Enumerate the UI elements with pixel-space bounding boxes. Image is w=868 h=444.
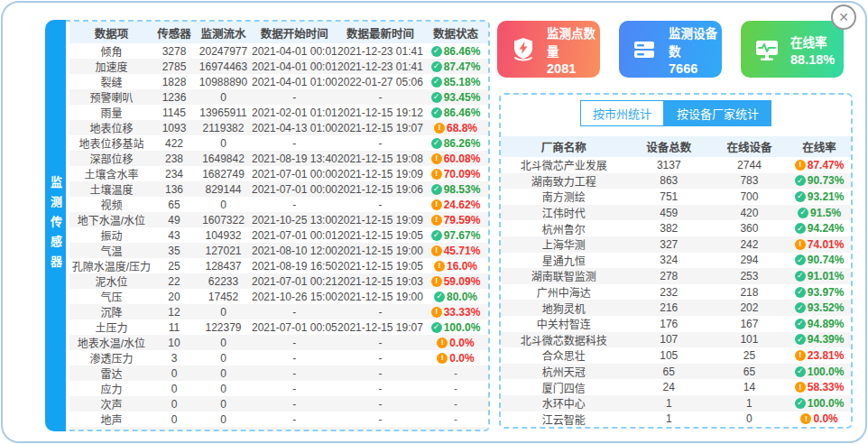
- warning-circle-icon: !: [795, 382, 806, 393]
- check-circle-icon: ✓: [795, 319, 806, 329]
- device-total: 751: [627, 190, 711, 203]
- online-devices: 253: [711, 270, 788, 282]
- vendor-name: 南方测绘: [501, 189, 627, 204]
- sensor-side-tab-label: 监测传感器: [47, 176, 64, 275]
- start-time: -: [252, 337, 337, 349]
- status-cell: -: [423, 367, 488, 380]
- status-value: 98.53%: [444, 183, 481, 196]
- warning-circle-icon: !: [795, 160, 806, 171]
- status-cell: ✓80.0%: [423, 291, 488, 303]
- flow-count: 10988890: [195, 76, 252, 88]
- stat-card-online-rate: 在线率 88.18%: [741, 21, 844, 78]
- sensor-table-row: 渗透压力30--!0.0%: [69, 350, 488, 365]
- status-value: 0.0%: [449, 337, 474, 349]
- status-cell: ✓93.97%: [788, 286, 851, 299]
- data-item-name: 沉降: [69, 304, 153, 319]
- status-cell: ✓86.46%: [423, 45, 488, 58]
- status-cell: ✓90.74%: [788, 254, 851, 266]
- start-time: 2021-08-19 13:40: [252, 153, 337, 165]
- sensor-table-row: 孔隙水温度/压力251284372021-08-19 16:502021-12-…: [69, 258, 488, 273]
- check-circle-icon: ✓: [795, 302, 806, 313]
- stat-card-value: 88.18%: [790, 52, 835, 67]
- flow-count: 2119382: [195, 122, 252, 134]
- device-total: 1: [627, 412, 711, 425]
- status-value: 93.45%: [444, 91, 481, 104]
- status-cell: ✓86.26%: [423, 137, 488, 150]
- status-cell: !70.09%: [423, 168, 488, 180]
- latest-time: 2021-12-23 01:41: [337, 60, 423, 73]
- vendor-table-row: 合众思壮10525!23.81%: [501, 347, 851, 364]
- status-value: 91.01%: [808, 270, 845, 282]
- stat-card-label: 监测设备数: [669, 23, 722, 60]
- close-button[interactable]: ✕: [831, 5, 856, 30]
- vendor-name: 江云智能: [501, 412, 627, 427]
- dashboard-modal: ✕ 监测传感器 数据项 传感器 监测流水 数据开始时间 数据最新时间 数据状态 …: [0, 0, 868, 444]
- status-cell: ✓100.0%: [788, 397, 851, 410]
- online-devices: 242: [711, 238, 788, 251]
- sensor-table-row: 裂缝1828109888902021-04-01 01:002022-01-27…: [69, 74, 488, 89]
- warning-circle-icon: !: [431, 307, 442, 318]
- latest-time: -: [337, 383, 423, 395]
- status-cell: !45.71%: [423, 245, 488, 257]
- warning-circle-icon: !: [437, 353, 448, 364]
- sensor-table-row: 雷达00---: [69, 365, 488, 381]
- check-circle-icon: ✓: [431, 46, 442, 57]
- start-time: -: [252, 137, 337, 150]
- status-cell: ✓93.45%: [423, 91, 488, 104]
- check-circle-icon: ✓: [795, 254, 806, 265]
- sensor-table-row: 地声00---: [69, 412, 488, 427]
- latest-time: 2021-12-15 19:06: [337, 183, 423, 196]
- tab-by-city[interactable]: 按市州统计: [580, 100, 664, 126]
- stat-card-value: 7666: [669, 61, 722, 76]
- flow-count: 0: [195, 352, 252, 365]
- vendor-table-row: 星通九恒324294✓90.74%: [501, 253, 851, 269]
- status-cell: !60.08%: [423, 153, 488, 165]
- status-value: 91.5%: [810, 207, 841, 219]
- latest-time: 2021-12-23 01:41: [337, 45, 423, 58]
- sensor-table-row: 次声00---: [69, 396, 488, 412]
- start-time: 2021-07-01 00:21: [252, 275, 337, 288]
- vendor-table-row: 湖南致力工程863783✓90.73%: [501, 173, 851, 190]
- flow-count: 0: [195, 337, 252, 349]
- latest-time: 2021-12-15 19:03: [337, 275, 423, 288]
- latest-time: -: [337, 413, 423, 426]
- data-item-name: 渗透压力: [69, 350, 153, 365]
- stat-card-label: 监测点数量: [547, 23, 600, 60]
- flow-count: 0: [195, 398, 252, 411]
- sensor-count: 49: [153, 214, 195, 227]
- sensor-count: 3: [153, 352, 195, 365]
- status-value: 58.33%: [808, 381, 845, 393]
- status-value: 100.0%: [444, 321, 481, 334]
- data-item-name: 孔隙水温度/压力: [69, 258, 153, 273]
- sensor-side-tab[interactable]: 监测传感器: [45, 20, 66, 431]
- status-cell: ✓90.73%: [788, 174, 851, 187]
- flow-count: 127021: [195, 245, 252, 257]
- sensor-count: 1828: [153, 76, 195, 88]
- vendor-name: 水环中心: [501, 395, 627, 411]
- start-time: -: [252, 398, 337, 411]
- col-header-device-total: 设备总数: [627, 138, 711, 155]
- status-value: 100.0%: [808, 397, 845, 410]
- warning-circle-icon: !: [434, 123, 445, 134]
- latest-time: -: [337, 91, 423, 104]
- sensor-count: 10: [153, 337, 195, 349]
- device-total: 278: [627, 270, 711, 282]
- device-total: 324: [627, 254, 711, 266]
- flow-count: 0: [195, 91, 252, 104]
- data-item-name: 气温: [69, 243, 153, 258]
- status-cell: ✓98.53%: [423, 183, 488, 196]
- status-value: 45.71%: [444, 245, 481, 257]
- monitor-pulse-icon: [753, 35, 781, 64]
- latest-time: -: [337, 306, 423, 319]
- status-value: 86.26%: [444, 137, 481, 150]
- start-time: 2021-08-10 12:00: [252, 245, 337, 257]
- vendor-table-header: 厂商名称 设备总数 在线设备 在线率: [501, 136, 851, 157]
- stat-cards-row: 监测点数量 2081 监测设备数 7666: [497, 21, 844, 78]
- data-item-name: 地下水温/水位: [69, 212, 153, 227]
- sensor-stats-panel: 监测传感器 数据项 传感器 监测流水 数据开始时间 数据最新时间 数据状态 倾角…: [45, 20, 490, 431]
- data-item-name: 泥水位: [69, 273, 153, 289]
- status-value: 79.59%: [444, 214, 481, 227]
- status-value: 93.97%: [808, 286, 845, 299]
- flow-count: 0: [195, 306, 252, 319]
- tab-by-vendor[interactable]: 按设备厂家统计: [664, 100, 771, 126]
